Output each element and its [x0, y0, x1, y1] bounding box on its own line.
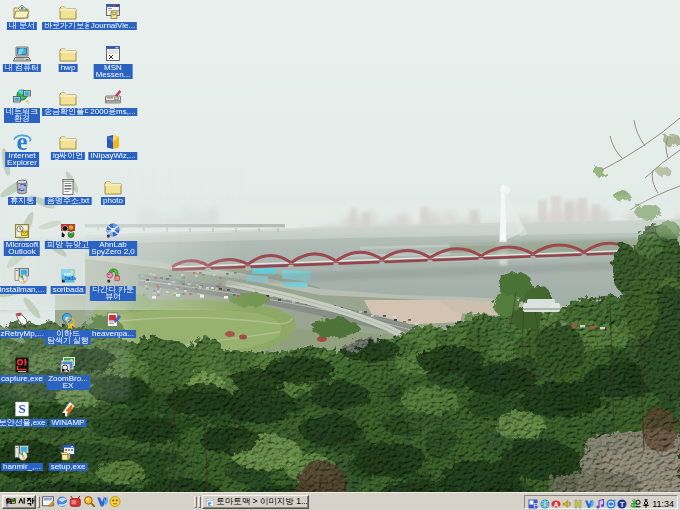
svg-text:e: e: [208, 497, 212, 507]
svg-text:A: A: [553, 501, 558, 508]
svg-text:T: T: [620, 500, 625, 509]
svg-text:bada: bada: [65, 276, 76, 281]
svg-text:P: P: [534, 502, 539, 509]
svg-text:S: S: [18, 401, 25, 416]
